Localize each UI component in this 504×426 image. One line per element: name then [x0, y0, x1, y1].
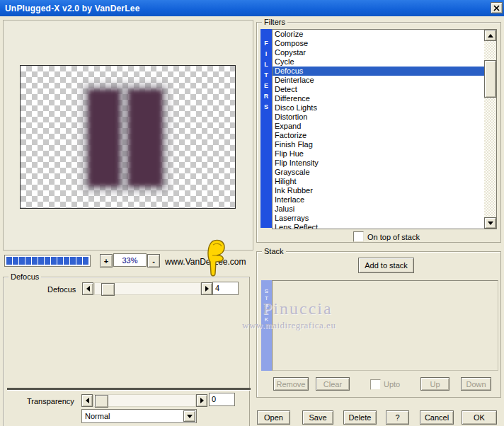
titlebar[interactable]: UnPlugged-X v2.0 by VanDerLee [0, 0, 504, 16]
progress-segment [6, 257, 12, 265]
transparency-slider-left-button[interactable] [81, 394, 93, 407]
progress-segment [38, 257, 44, 265]
cancel-button[interactable]: Cancel [420, 410, 454, 425]
transparency-slider-track[interactable] [93, 394, 196, 407]
help-button[interactable]: ? [386, 410, 409, 425]
clear-button[interactable]: Clear [316, 377, 350, 391]
progress-segment [57, 257, 63, 265]
filter-item[interactable]: Laserrays [273, 214, 484, 223]
filter-item[interactable]: Jalusi [273, 205, 484, 214]
defocus-slider-thumb[interactable] [101, 283, 115, 296]
defocus-slider-track[interactable] [94, 282, 201, 295]
progress-segment [76, 257, 82, 265]
filter-item[interactable]: Copystar [273, 48, 484, 57]
watermark-name: Pinuccia [263, 299, 333, 318]
zoom-out-button[interactable]: - [147, 254, 160, 267]
right-arrow-icon [205, 286, 209, 292]
close-icon [493, 5, 500, 11]
filters-group-title: Filters [262, 18, 287, 26]
filter-item[interactable]: Hilight [273, 177, 484, 186]
filter-item[interactable]: Deinterlace [273, 76, 484, 85]
progress-segment [45, 257, 50, 265]
add-to-stack-button[interactable]: Add to stack [358, 258, 414, 273]
zoom-in-button[interactable]: + [100, 254, 113, 267]
transparency-label: Transparency [27, 397, 74, 405]
arrow-down-icon [488, 221, 493, 225]
left-arrow-icon [86, 286, 90, 292]
filter-item[interactable]: Defocus [273, 67, 484, 76]
filter-item[interactable]: Cycle [273, 57, 484, 67]
scroll-up-button[interactable] [484, 30, 496, 41]
ok-button[interactable]: OK [462, 410, 497, 425]
save-button[interactable]: Save [302, 410, 333, 425]
on-top-of-stack-row: On top of stack [353, 231, 420, 242]
filter-listbox: ColorizeComposeCopystarCycleDefocusDeint… [272, 29, 497, 229]
filter-item[interactable]: Lens Reflect [273, 223, 484, 229]
filter-list: ColorizeComposeCopystarCycleDefocusDeint… [273, 30, 484, 229]
upto-checkbox[interactable] [370, 379, 381, 390]
separator-line [7, 388, 251, 391]
right-arrow-icon [200, 398, 204, 403]
transparency-slider-right-button[interactable] [196, 394, 207, 407]
filter-item[interactable]: Interlace [273, 195, 484, 205]
filter-item[interactable]: Disco Lights [273, 103, 484, 113]
unplugged-x-dialog: UnPlugged-X v2.0 by VanDerLee + 33% - ww… [0, 0, 504, 426]
progress-segment [51, 257, 57, 265]
upto-label: Upto [384, 380, 400, 388]
scrollbar-thumb[interactable] [484, 60, 496, 98]
progress-segment [64, 257, 69, 265]
on-top-of-stack-label: On top of stack [367, 233, 420, 241]
filter-item[interactable]: Detect [273, 85, 484, 94]
progress-segment [19, 257, 25, 265]
render-progress-bar [4, 255, 91, 267]
filters-vertical-banner: F I L T E R S [260, 29, 272, 228]
filter-item[interactable]: Finish Flag [273, 140, 484, 149]
up-button[interactable]: Up [420, 377, 449, 391]
filter-item[interactable]: Flip Hue [273, 149, 484, 159]
preview-shape-right [129, 90, 162, 186]
chevron-down-icon [187, 415, 193, 418]
defocus-value-input[interactable]: 4 [212, 282, 239, 295]
preview-panel [3, 20, 253, 251]
filter-item[interactable]: Distortion [273, 113, 484, 122]
filter-item[interactable]: Colorize [273, 30, 484, 39]
scroll-down-button[interactable] [484, 217, 496, 229]
defocus-slider-right-button[interactable] [201, 282, 212, 295]
watermark-url: www.maidiregrafica.eu [242, 320, 336, 331]
filter-item[interactable]: Grayscale [273, 168, 484, 177]
arrow-up-icon [488, 34, 493, 38]
filter-item[interactable]: Ink Rubber [273, 186, 484, 195]
preview-shape-left [88, 90, 120, 186]
window-title: UnPlugged-X v2.0 by VanDerLee [0, 4, 140, 13]
zoom-level-display: 33% [113, 253, 147, 267]
blend-mode-dropdown[interactable]: Normal [81, 409, 197, 423]
filter-list-scrollbar[interactable] [484, 30, 496, 229]
progress-segment [25, 257, 31, 265]
open-button[interactable]: Open [257, 410, 290, 425]
progress-segment [13, 257, 18, 265]
close-button[interactable] [491, 2, 503, 13]
filters-groupbox: Filters F I L T E R S ColorizeComposeCop… [256, 22, 501, 243]
stack-group-title: Stack [262, 247, 286, 255]
delete-button[interactable]: Delete [343, 410, 377, 425]
down-button[interactable]: Down [461, 377, 491, 391]
filter-item[interactable]: Factorize [273, 131, 484, 140]
filter-item[interactable]: Difference [273, 94, 484, 103]
defocus-slider-label: Defocus [47, 285, 76, 294]
dropdown-arrow-button[interactable] [183, 410, 195, 422]
left-arrow-icon [86, 398, 89, 403]
hand-cursor-icon [206, 239, 227, 278]
filter-item[interactable]: Flip Intensity [273, 159, 484, 168]
progress-segment [70, 257, 76, 265]
preview-image[interactable] [20, 65, 236, 209]
blend-mode-value: Normal [82, 412, 183, 420]
transparency-value-input[interactable]: 0 [209, 393, 235, 406]
transparency-slider-thumb[interactable] [95, 395, 108, 408]
remove-button[interactable]: Remove [273, 377, 309, 391]
filter-item[interactable]: Compose [273, 39, 484, 48]
defocus-group-title: Defocus [8, 272, 41, 281]
on-top-of-stack-checkbox[interactable] [353, 231, 364, 242]
progress-segment [83, 257, 88, 265]
filter-item[interactable]: Expand [273, 122, 484, 131]
defocus-slider-left-button[interactable] [82, 282, 93, 295]
